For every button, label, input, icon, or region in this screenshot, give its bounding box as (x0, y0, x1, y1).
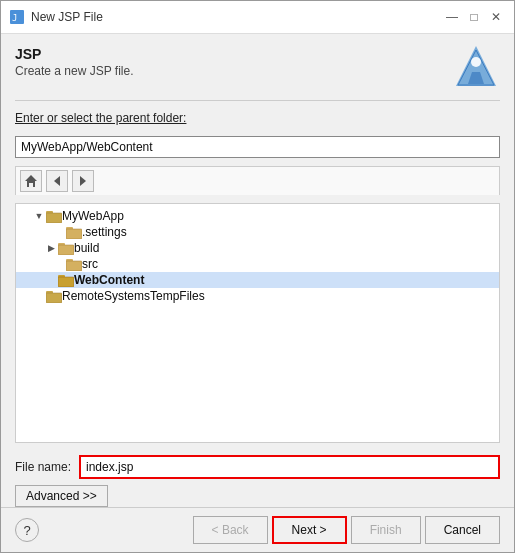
svg-marker-6 (25, 175, 37, 187)
project-icon-mywebapp (46, 210, 62, 223)
svg-marker-7 (54, 176, 60, 186)
filename-input[interactable] (79, 455, 500, 479)
folder-tree[interactable]: ▼ MyWebApp ▶ .settings (15, 203, 500, 443)
folder-icon-webcontent (58, 274, 74, 287)
svg-rect-12 (66, 229, 82, 239)
filename-label: File name: (15, 460, 71, 474)
expand-icon-build[interactable]: ▶ (44, 241, 58, 255)
window-controls: — □ ✕ (442, 7, 506, 27)
expand-icon-settings: ▶ (52, 225, 66, 239)
svg-rect-10 (46, 211, 53, 214)
tree-item-src[interactable]: ▶ src (16, 256, 499, 272)
minimize-button[interactable]: — (442, 7, 462, 27)
header-divider (15, 100, 500, 101)
svg-rect-18 (66, 261, 82, 271)
expand-icon-webcontent: ▶ (44, 273, 58, 287)
folder-input[interactable] (15, 136, 500, 158)
wizard-icon (452, 42, 500, 90)
tree-label-webcontent: WebContent (74, 273, 144, 287)
tree-item-mywebapp[interactable]: ▼ MyWebApp (16, 208, 499, 224)
back-nav-button[interactable] (46, 170, 68, 192)
tree-label-src: src (82, 257, 98, 271)
finish-button[interactable]: Finish (351, 516, 421, 544)
wizard-title: JSP (15, 46, 134, 62)
maximize-button[interactable]: □ (464, 7, 484, 27)
folder-label-text: Enter or select the parent folder: (15, 111, 186, 125)
arrow-left-icon (50, 174, 64, 188)
home-nav-button[interactable] (20, 170, 42, 192)
dialog-buttons: < Back Next > Finish Cancel (193, 516, 500, 544)
window-title: New JSP File (31, 10, 436, 24)
button-bar: ? < Back Next > Finish Cancel (1, 507, 514, 552)
main-content: JSP Create a new JSP file. Enter or sele… (1, 34, 514, 455)
next-button[interactable]: Next > (272, 516, 347, 544)
tree-label-remote: RemoteSystemsTempFiles (62, 289, 205, 303)
back-button[interactable]: < Back (193, 516, 268, 544)
svg-rect-9 (46, 213, 62, 223)
tree-item-webcontent[interactable]: ▶ WebContent (16, 272, 499, 288)
bottom-section: File name: Advanced >> (1, 455, 514, 507)
cancel-button[interactable]: Cancel (425, 516, 500, 544)
home-icon (24, 174, 38, 188)
tree-item-remote[interactable]: ▶ RemoteSystemsTempFiles (16, 288, 499, 304)
folder-icon-src (66, 258, 82, 271)
svg-rect-19 (66, 259, 73, 262)
svg-rect-22 (58, 275, 65, 278)
tree-label-build: build (74, 241, 99, 255)
tree-item-settings[interactable]: ▶ .settings (16, 224, 499, 240)
tree-label-mywebapp: MyWebApp (62, 209, 124, 223)
expand-icon-src: ▶ (52, 257, 66, 271)
svg-point-4 (471, 57, 481, 67)
dialog-window: J New JSP File — □ ✕ JSP Create a new JS… (0, 0, 515, 553)
advanced-button[interactable]: Advanced >> (15, 485, 108, 507)
expand-icon-remote: ▶ (32, 289, 46, 303)
close-button[interactable]: ✕ (486, 7, 506, 27)
header-left: JSP Create a new JSP file. (15, 46, 134, 78)
title-bar: J New JSP File — □ ✕ (1, 1, 514, 34)
svg-text:J: J (12, 13, 17, 23)
svg-rect-15 (58, 245, 74, 255)
folder-icon-build (58, 242, 74, 255)
header-section: JSP Create a new JSP file. (15, 46, 500, 90)
arrow-right-icon (76, 174, 90, 188)
svg-rect-24 (46, 293, 62, 303)
folder-label: Enter or select the parent folder: (15, 111, 500, 125)
expand-icon-mywebapp[interactable]: ▼ (32, 209, 46, 223)
svg-rect-25 (46, 291, 53, 294)
folder-icon-settings (66, 226, 82, 239)
project-icon-remote (46, 290, 62, 303)
svg-rect-21 (58, 277, 74, 287)
forward-nav-button[interactable] (72, 170, 94, 192)
svg-rect-13 (66, 227, 73, 230)
svg-rect-16 (58, 243, 65, 246)
filename-row: File name: (15, 455, 500, 479)
tree-label-settings: .settings (82, 225, 127, 239)
advanced-section: Advanced >> (15, 485, 500, 507)
svg-marker-8 (80, 176, 86, 186)
window-icon: J (9, 9, 25, 25)
tree-item-build[interactable]: ▶ build (16, 240, 499, 256)
wizard-subtitle: Create a new JSP file. (15, 64, 134, 78)
help-button[interactable]: ? (15, 518, 39, 542)
tree-nav (15, 166, 500, 195)
